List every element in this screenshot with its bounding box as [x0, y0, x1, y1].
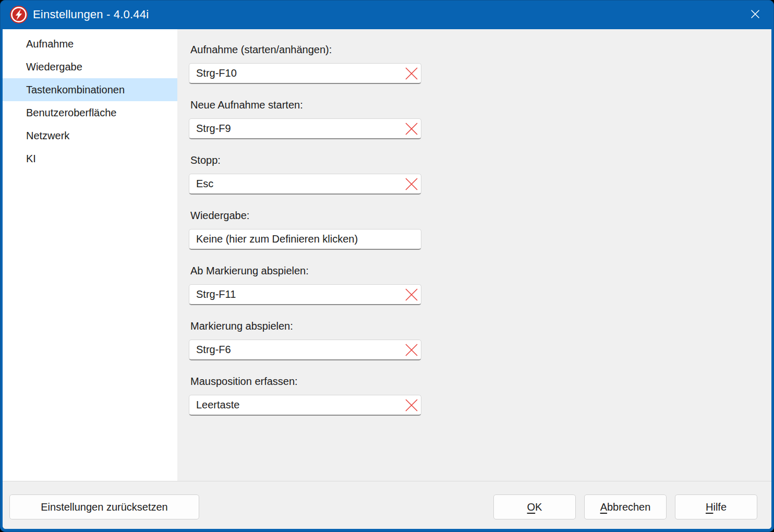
sidebar-item-wiedergabe[interactable]: Wiedergabe — [3, 55, 177, 78]
hotkey-field-new-record[interactable]: Strg-F9 — [189, 118, 421, 139]
settings-category-sidebar: Aufnahme Wiedergabe Tastenkombinationen … — [3, 29, 177, 481]
field-label-new-record: Neue Aufnahme starten: — [190, 98, 771, 112]
clear-x-icon — [404, 121, 419, 137]
sidebar-item-benutzeroberflaeche[interactable]: Benutzeroberfläche — [3, 101, 177, 124]
hotkey-field-play-selection[interactable]: Strg-F6 — [189, 340, 421, 360]
field-label-play-from-selection: Ab Markierung abspielen: — [190, 264, 771, 277]
sidebar-item-aufnahme[interactable]: Aufnahme — [3, 32, 177, 55]
clear-hotkey-button[interactable] — [404, 397, 419, 413]
hotkey-value: Leertaste — [196, 399, 239, 411]
hotkeys-panel: Aufnahme (starten/anhängen): Strg-F10 Ne… — [177, 29, 771, 481]
close-x-icon — [748, 7, 763, 21]
reset-settings-button[interactable]: Einstellungen zurücksetzen — [9, 494, 199, 519]
dialog-footer: Einstellungen zurücksetzen OK Abbrechen … — [3, 481, 771, 529]
clear-hotkey-button[interactable] — [404, 287, 419, 303]
hotkey-value: Strg-F10 — [196, 67, 237, 79]
hotkey-field-playback[interactable]: Keine (hier zum Definieren klicken) — [189, 229, 421, 250]
clear-x-icon — [404, 397, 419, 413]
hotkey-field-capture-mouse-position[interactable]: Leertaste — [189, 395, 421, 416]
hotkey-value: Strg-F11 — [196, 288, 236, 300]
lightning-bolt-badge-icon — [9, 5, 28, 24]
hotkey-value: Esc — [196, 178, 213, 190]
clear-x-icon — [404, 66, 419, 81]
field-label-play-selection: Markierung abspielen: — [190, 319, 771, 333]
clear-x-icon — [404, 176, 419, 192]
body-row: Aufnahme Wiedergabe Tastenkombinationen … — [3, 29, 771, 481]
clear-hotkey-button[interactable] — [404, 121, 419, 137]
hotkey-field-record[interactable]: Strg-F10 — [189, 63, 421, 84]
hotkey-value: Strg-F9 — [196, 123, 231, 135]
clear-hotkey-button[interactable] — [404, 66, 419, 81]
sidebar-item-ki[interactable]: KI — [3, 147, 177, 170]
dialog-content: Aufnahme Wiedergabe Tastenkombinationen … — [3, 29, 771, 529]
sidebar-item-netzwerk[interactable]: Netzwerk — [3, 124, 177, 147]
hotkey-value: Keine (hier zum Definieren klicken) — [196, 233, 358, 245]
clear-x-icon — [404, 342, 419, 358]
hotkey-field-stop[interactable]: Esc — [189, 174, 421, 195]
field-label-stop: Stopp: — [190, 153, 771, 167]
cancel-button[interactable]: Abbrechen — [584, 494, 667, 519]
window-title: Einstellungen - 4.0.44i — [33, 8, 149, 21]
clear-x-icon — [404, 287, 419, 303]
sidebar-item-tastenkombinationen[interactable]: Tastenkombinationen — [3, 78, 177, 101]
settings-dialog: Einstellungen - 4.0.44i Aufnahme Wiederg… — [0, 0, 774, 532]
clear-hotkey-button[interactable] — [404, 176, 419, 192]
field-label-capture-mouse-position: Mausposition erfassen: — [190, 374, 771, 388]
field-label-record: Aufnahme (starten/anhängen): — [190, 43, 771, 56]
help-button[interactable]: Hilfe — [675, 494, 757, 519]
hotkey-value: Strg-F6 — [196, 344, 231, 356]
clear-hotkey-button[interactable] — [404, 342, 419, 358]
ok-button[interactable]: OK — [493, 494, 576, 519]
title-bar: Einstellungen - 4.0.44i — [0, 0, 774, 29]
close-button[interactable] — [743, 3, 768, 25]
field-label-playback: Wiedergabe: — [190, 209, 771, 222]
dialog-action-buttons: OK Abbrechen Hilfe — [493, 494, 757, 519]
hotkey-field-play-from-selection[interactable]: Strg-F11 — [189, 284, 421, 305]
